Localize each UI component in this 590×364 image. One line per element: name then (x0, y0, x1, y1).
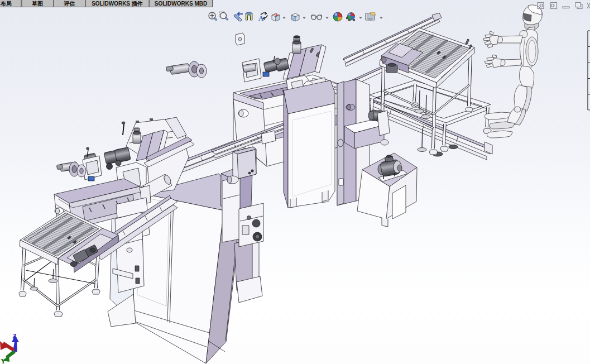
svg-text:Y: Y (1, 357, 6, 364)
svg-text:评估: 评估 (64, 1, 75, 7)
svg-text:Z: Z (12, 332, 17, 340)
svg-text:布局: 布局 (0, 1, 12, 7)
svg-text:SOLIDWORKS MBD: SOLIDWORKS MBD (155, 1, 207, 7)
svg-text:SOLIDWORKS 插件: SOLIDWORKS 插件 (92, 1, 143, 7)
svg-text:草图: 草图 (32, 1, 43, 7)
